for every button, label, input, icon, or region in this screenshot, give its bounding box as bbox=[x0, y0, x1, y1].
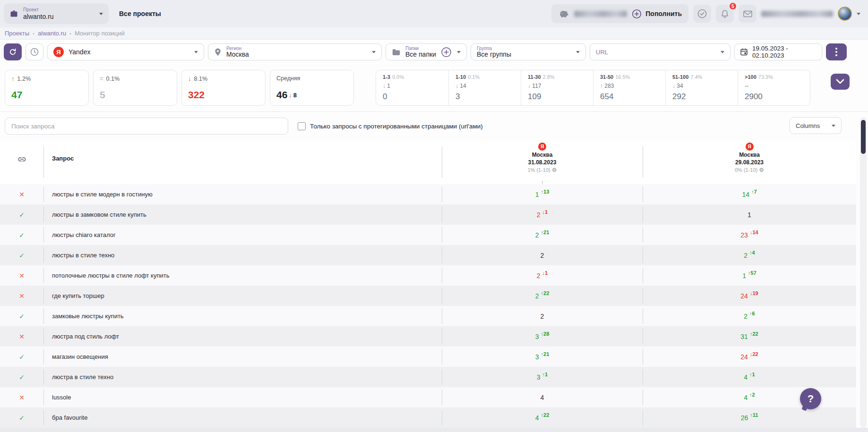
date-column-header-1[interactable]: Я Москва 31.08.2023 1% (1-10) ⚙ ↑ bbox=[442, 143, 643, 174]
stat-card-down[interactable]: ↓8.1% 322 bbox=[181, 70, 266, 106]
breadcrumb-projects[interactable]: Проекты bbox=[5, 30, 29, 37]
folders-select[interactable]: Папки Все папки bbox=[386, 43, 467, 60]
table-row[interactable]: ✓ люстры в стиле техно 2 2↑4 bbox=[0, 245, 856, 265]
query-text[interactable]: магазин освещения bbox=[52, 347, 108, 367]
chevron-down-icon bbox=[194, 51, 198, 53]
search-input[interactable] bbox=[5, 118, 288, 135]
table-row[interactable]: ✓ магазин освещения 3↑21 24↓22 bbox=[0, 347, 856, 367]
position-cell-1: 2 bbox=[442, 245, 643, 265]
chevron-down-icon bbox=[576, 51, 580, 53]
bucket-value: 654 bbox=[600, 92, 659, 102]
position-cell-1: 2↓1 bbox=[442, 204, 643, 225]
table-row[interactable]: ✓ люстра в стиле техно 3↑1 4↑1 bbox=[0, 367, 856, 387]
vertical-scrollbar[interactable] bbox=[860, 117, 867, 428]
position-cell-1: 2 bbox=[442, 306, 643, 326]
query-text[interactable]: бра favourite bbox=[52, 407, 87, 428]
calendar-icon bbox=[740, 48, 748, 56]
position-delta: ↓22 bbox=[750, 351, 758, 357]
refresh-button[interactable] bbox=[4, 43, 22, 60]
project-selector[interactable]: Проект alwanto.ru bbox=[4, 3, 109, 24]
dot-separator-icon: • bbox=[69, 31, 71, 36]
piggy-bank-icon bbox=[558, 9, 569, 18]
table-row[interactable]: ✓ люстры chiaro каталог 2↑21 23↓14 bbox=[0, 225, 856, 245]
column-divider bbox=[643, 247, 643, 263]
delta-arrow-icon: ↑ bbox=[600, 83, 604, 89]
position-cell-2: 4↑2 bbox=[643, 387, 856, 407]
date-range-value: 19.05.2023 - 02.10.2023 bbox=[752, 45, 816, 59]
table-row[interactable]: ✓ замковые люстры купить 2 2↑6 bbox=[0, 306, 856, 326]
more-actions-button[interactable] bbox=[826, 43, 847, 60]
topup-button[interactable]: Пополнить bbox=[632, 9, 682, 19]
bucket-card[interactable]: 11-302.8% ↓ 117 109 bbox=[521, 70, 593, 105]
stat-card-up[interactable]: ↑1.2% 47 bbox=[5, 70, 89, 106]
query-status-icon: ✕ bbox=[0, 286, 43, 306]
query-column-header[interactable]: Запрос bbox=[52, 155, 74, 162]
query-text[interactable]: где купить торшер bbox=[52, 286, 104, 306]
query-text[interactable]: люстра под стиль лофт bbox=[52, 326, 119, 347]
help-button[interactable]: ? bbox=[800, 388, 821, 409]
group-select[interactable]: Группа Все группы bbox=[471, 43, 586, 60]
position-cell-1: 4↑22 bbox=[442, 407, 643, 428]
checkbox[interactable] bbox=[298, 122, 306, 130]
query-text[interactable]: люстры chiaro каталог bbox=[52, 225, 116, 245]
notifications-button[interactable]: 5 bbox=[716, 5, 734, 23]
bucket-percent: 0.1% bbox=[468, 74, 480, 80]
messages-button[interactable] bbox=[739, 5, 756, 23]
tasks-check-button[interactable] bbox=[693, 5, 711, 23]
query-text[interactable]: люстры в замковом стиле купить bbox=[52, 204, 146, 225]
stat-card-average[interactable]: Средняя 46 ↓ 8 bbox=[270, 70, 354, 106]
query-text[interactable]: люстры в стиле модерн в гостиную bbox=[52, 184, 153, 204]
position-delta: ↑13 bbox=[541, 189, 550, 195]
tagged-pages-filter[interactable]: Только запросы с протегированными страни… bbox=[298, 122, 483, 130]
query-text[interactable]: люстры в стиле техно bbox=[52, 245, 114, 265]
query-status-icon: ✓ bbox=[0, 407, 43, 428]
date-range-picker[interactable]: 19.05.2023 - 02.10.2023 bbox=[734, 43, 822, 60]
account-menu-caret-icon[interactable] bbox=[857, 13, 860, 15]
bucket-card[interactable]: 1-30.0% ↓ 1 0 bbox=[376, 70, 448, 105]
all-projects-link[interactable]: Все проекты bbox=[119, 10, 161, 17]
bucket-card[interactable]: 31-5016.5% ↑ 283 654 bbox=[593, 70, 665, 105]
expand-stats-button[interactable] bbox=[831, 74, 850, 90]
query-status-icon: ✕ bbox=[0, 326, 43, 347]
avatar[interactable] bbox=[838, 7, 852, 21]
table-row[interactable]: ✕ люстра под стиль лофт 3↑28 31↑22 bbox=[0, 326, 856, 347]
search-engine-value: Yandex bbox=[69, 48, 90, 56]
gear-icon[interactable]: ⚙ bbox=[759, 167, 764, 173]
bucket-value: 3 bbox=[455, 92, 514, 102]
bucket-card[interactable]: 51-1007.4% ↓ 34 292 bbox=[665, 70, 738, 105]
table-row[interactable]: ✕ где купить торшер 2↑22 24↓19 bbox=[0, 286, 856, 306]
bucket-card[interactable]: >10073.3% -- 2900 bbox=[738, 70, 810, 105]
url-select[interactable]: URL bbox=[590, 43, 730, 60]
table-row[interactable]: ✕ люстры в стиле модерн в гостиную 1↑13 … bbox=[0, 184, 856, 204]
search-engine-select[interactable]: Я Yandex bbox=[47, 43, 204, 60]
table-row[interactable]: ✓ люстры в замковом стиле купить 2↓1 1 bbox=[0, 204, 856, 225]
chevron-down-icon bbox=[457, 51, 461, 53]
query-status-icon: ✓ bbox=[0, 347, 43, 367]
delta-arrow-icon: ↓ bbox=[672, 83, 677, 89]
delta-arrow-icon: ↓ bbox=[455, 83, 460, 89]
kebab-menu-icon bbox=[835, 48, 837, 56]
table-row[interactable]: ✓ бра favourite 4↑22 26↑11 bbox=[0, 407, 856, 428]
column-divider bbox=[643, 146, 643, 178]
region-select[interactable]: Регион Москва bbox=[208, 43, 382, 60]
gear-icon[interactable]: ⚙ bbox=[552, 167, 557, 173]
history-button[interactable] bbox=[26, 43, 43, 60]
scrollbar-thumb[interactable] bbox=[861, 120, 866, 154]
position-delta: ↑4 bbox=[749, 250, 755, 255]
column-divider bbox=[643, 329, 643, 344]
query-text[interactable]: lussole bbox=[52, 387, 71, 407]
query-text[interactable]: потолочные люстры в стиле лофт купить bbox=[52, 265, 170, 286]
position-delta: ↑2 bbox=[749, 392, 755, 398]
query-text[interactable]: замковые люстры купить bbox=[52, 306, 124, 326]
balance-amount-blurred bbox=[574, 11, 627, 17]
add-folder-button[interactable] bbox=[441, 47, 452, 58]
table-row[interactable]: ✕ lussole 4 4↑2 bbox=[0, 387, 856, 407]
date-column-header-2[interactable]: Я Москва 29.08.2023 0% (1-10) ⚙ bbox=[643, 143, 856, 174]
horizontal-scrollbar[interactable] bbox=[0, 428, 868, 432]
query-text[interactable]: люстра в стиле техно bbox=[52, 367, 113, 387]
stat-card-same[interactable]: =0.1% 5 bbox=[93, 70, 177, 106]
columns-select[interactable]: Columns bbox=[790, 117, 842, 134]
table-row[interactable]: ✕ потолочные люстры в стиле лофт купить … bbox=[0, 265, 856, 286]
breadcrumb-project[interactable]: alwanto.ru bbox=[38, 30, 66, 37]
bucket-card[interactable]: 1-100.1% ↓ 14 3 bbox=[448, 70, 521, 105]
